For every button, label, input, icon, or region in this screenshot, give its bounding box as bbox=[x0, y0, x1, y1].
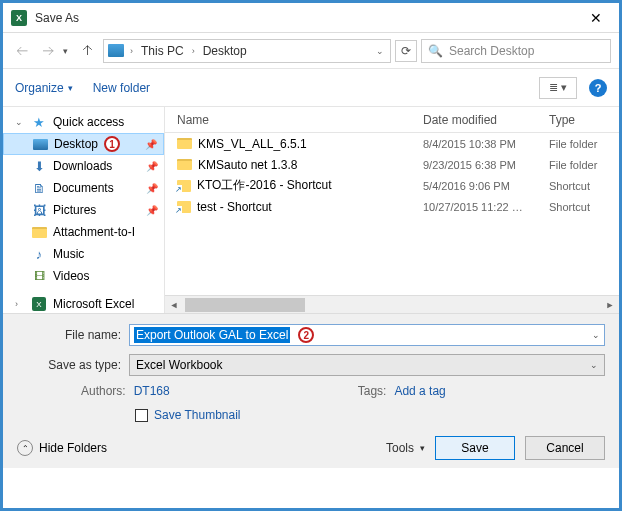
file-row[interactable]: KTO工作-2016 - Shortcut5/4/2016 9:06 PMSho… bbox=[165, 175, 619, 196]
file-date: 5/4/2016 9:06 PM bbox=[423, 180, 549, 192]
breadcrumb-desktop[interactable]: Desktop bbox=[201, 44, 249, 58]
excel-icon: X bbox=[31, 298, 47, 311]
content-area: ⌄ ★ Quick access Desktop 1 📌 ⬇ Downloads… bbox=[3, 107, 619, 313]
caret-up-icon: ⌃ bbox=[17, 440, 33, 456]
organize-button[interactable]: Organize▾ bbox=[15, 81, 73, 95]
file-name: KMS_VL_ALL_6.5.1 bbox=[198, 137, 307, 151]
tags-label: Tags: bbox=[358, 384, 387, 398]
view-button[interactable]: ≣ ▾ bbox=[539, 77, 577, 99]
annotation-1: 1 bbox=[104, 136, 120, 152]
file-date: 9/23/2015 6:38 PM bbox=[423, 159, 549, 171]
chevron-right-icon: › bbox=[190, 46, 197, 56]
chevron-down-icon[interactable]: ⌄ bbox=[374, 46, 386, 56]
filename-label: File name: bbox=[17, 328, 129, 342]
pin-icon: 📌 bbox=[146, 161, 158, 172]
horizontal-scrollbar[interactable]: ◄ ► bbox=[165, 295, 619, 313]
history-dropdown[interactable]: ▾ bbox=[63, 46, 73, 56]
up-button[interactable]: 🡡 bbox=[77, 40, 99, 62]
column-name[interactable]: Name bbox=[177, 113, 423, 127]
folder-icon bbox=[177, 138, 192, 149]
chevron-down-icon: ⌄ bbox=[15, 117, 25, 127]
excel-icon: X bbox=[11, 10, 27, 26]
navigation-tree: ⌄ ★ Quick access Desktop 1 📌 ⬇ Downloads… bbox=[3, 107, 165, 313]
filename-input[interactable]: Export Outlook GAL to Excel 2 ⌄ bbox=[129, 324, 605, 346]
tree-desktop[interactable]: Desktop 1 📌 bbox=[3, 133, 164, 155]
scrollbar-thumb[interactable] bbox=[185, 298, 305, 312]
tags-value[interactable]: Add a tag bbox=[394, 384, 445, 398]
file-type: Shortcut bbox=[549, 201, 619, 213]
help-icon[interactable]: ? bbox=[589, 79, 607, 97]
folder-icon bbox=[177, 159, 192, 170]
tree-pictures[interactable]: 🖼 Pictures 📌 bbox=[3, 199, 164, 221]
scroll-right-icon[interactable]: ► bbox=[601, 297, 619, 313]
documents-icon: 🗎 bbox=[31, 182, 47, 195]
forward-button[interactable]: 🡢 bbox=[37, 40, 59, 62]
file-list: Name Date modified Type KMS_VL_ALL_6.5.1… bbox=[165, 107, 619, 313]
cancel-button[interactable]: Cancel bbox=[525, 436, 605, 460]
column-headers: Name Date modified Type bbox=[165, 107, 619, 133]
toolbar: Organize▾ New folder ≣ ▾ ? bbox=[3, 69, 619, 107]
pictures-icon: 🖼 bbox=[31, 204, 47, 217]
authors-value[interactable]: DT168 bbox=[134, 384, 170, 398]
search-icon: 🔍 bbox=[428, 44, 443, 58]
tools-button[interactable]: Tools▾ bbox=[386, 441, 425, 455]
tree-videos[interactable]: 🎞 Videos bbox=[3, 265, 164, 287]
breadcrumb[interactable]: › This PC › Desktop ⌄ bbox=[103, 39, 391, 63]
file-type: File folder bbox=[549, 159, 619, 171]
close-button[interactable]: ✕ bbox=[581, 6, 611, 30]
tree-attachment[interactable]: Attachment-to-I bbox=[3, 221, 164, 243]
file-name: KMSauto net 1.3.8 bbox=[198, 158, 297, 172]
music-icon: ♪ bbox=[31, 248, 47, 261]
tree-music[interactable]: ♪ Music bbox=[3, 243, 164, 265]
file-name: test - Shortcut bbox=[197, 200, 272, 214]
refresh-button[interactable]: ⟳ bbox=[395, 40, 417, 62]
tree-documents[interactable]: 🗎 Documents 📌 bbox=[3, 177, 164, 199]
column-type[interactable]: Type bbox=[549, 113, 619, 127]
navbar: 🡠 🡢 ▾ 🡡 › This PC › Desktop ⌄ ⟳ 🔍 Search… bbox=[3, 33, 619, 69]
star-icon: ★ bbox=[31, 116, 47, 129]
bottom-panel: File name: Export Outlook GAL to Excel 2… bbox=[3, 313, 619, 468]
folder-icon bbox=[32, 227, 47, 238]
file-type: File folder bbox=[549, 138, 619, 150]
file-date: 10/27/2015 11:22 … bbox=[423, 201, 549, 213]
file-row[interactable]: test - Shortcut10/27/2015 11:22 …Shortcu… bbox=[165, 196, 619, 217]
thispc-icon bbox=[108, 44, 124, 57]
titlebar: X Save As ✕ bbox=[3, 3, 619, 33]
savetype-select[interactable]: Excel Workbook ⌄ bbox=[129, 354, 605, 376]
savetype-label: Save as type: bbox=[17, 358, 129, 372]
shortcut-icon bbox=[177, 180, 191, 192]
shortcut-icon bbox=[177, 201, 191, 213]
back-button[interactable]: 🡠 bbox=[11, 40, 33, 62]
downloads-icon: ⬇ bbox=[31, 160, 47, 173]
scroll-left-icon[interactable]: ◄ bbox=[165, 297, 183, 313]
chevron-down-icon[interactable]: ⌄ bbox=[590, 360, 598, 370]
file-row[interactable]: KMS_VL_ALL_6.5.18/4/2015 10:38 PMFile fo… bbox=[165, 133, 619, 154]
authors-label: Authors: bbox=[81, 384, 126, 398]
file-type: Shortcut bbox=[549, 180, 619, 192]
file-date: 8/4/2015 10:38 PM bbox=[423, 138, 549, 150]
annotation-2: 2 bbox=[298, 327, 314, 343]
column-date[interactable]: Date modified bbox=[423, 113, 549, 127]
save-thumbnail-checkbox[interactable] bbox=[135, 409, 148, 422]
pin-icon: 📌 bbox=[146, 205, 158, 216]
videos-icon: 🎞 bbox=[31, 270, 47, 283]
pin-icon: 📌 bbox=[146, 183, 158, 194]
file-name: KTO工作-2016 - Shortcut bbox=[197, 177, 332, 194]
chevron-down-icon[interactable]: ⌄ bbox=[592, 330, 600, 340]
file-row[interactable]: KMSauto net 1.3.89/23/2015 6:38 PMFile f… bbox=[165, 154, 619, 175]
tree-msexcel[interactable]: › X Microsoft Excel bbox=[3, 293, 164, 313]
search-input[interactable]: 🔍 Search Desktop bbox=[421, 39, 611, 63]
newfolder-button[interactable]: New folder bbox=[93, 81, 150, 95]
save-button[interactable]: Save bbox=[435, 436, 515, 460]
window-title: Save As bbox=[35, 11, 581, 25]
save-thumbnail-label[interactable]: Save Thumbnail bbox=[154, 408, 241, 422]
pin-icon: 📌 bbox=[145, 139, 157, 150]
search-placeholder: Search Desktop bbox=[449, 44, 534, 58]
hide-folders-button[interactable]: ⌃ Hide Folders bbox=[17, 440, 107, 456]
breadcrumb-thispc[interactable]: This PC bbox=[139, 44, 186, 58]
chevron-right-icon: › bbox=[15, 299, 25, 309]
chevron-right-icon: › bbox=[128, 46, 135, 56]
tree-downloads[interactable]: ⬇ Downloads 📌 bbox=[3, 155, 164, 177]
desktop-icon bbox=[33, 139, 48, 150]
tree-quick-access[interactable]: ⌄ ★ Quick access bbox=[3, 111, 164, 133]
